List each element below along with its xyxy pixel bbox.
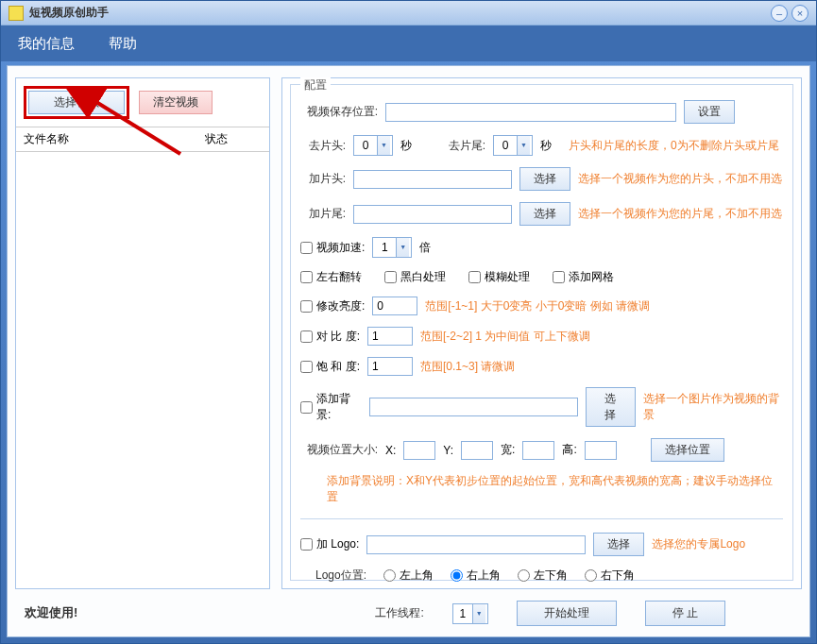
left-toolbar: 选择视频 清空视频: [16, 78, 269, 127]
chevron-down-icon[interactable]: [472, 604, 485, 623]
row-add-logo: 加 Logo: 选择 选择您的专属Logo: [300, 533, 783, 556]
row-speed: 视频加速: 倍: [300, 237, 783, 258]
threads-label: 工作线程:: [358, 605, 424, 621]
add-tail-label: 加片尾:: [300, 206, 346, 222]
trim-head-label: 去片头:: [300, 138, 346, 154]
config-legend: 配置: [300, 77, 331, 93]
row-contrast: 对 比 度: 范围[-2~2] 1 为中间值 可上下微调: [300, 327, 783, 346]
stop-button[interactable]: 停 止: [645, 601, 725, 626]
speed-spinner[interactable]: [372, 237, 412, 258]
trim-tail-label: 去片尾:: [440, 138, 485, 154]
left-panel: 选择视频 清空视频 文件名称 状态: [15, 77, 270, 589]
row-pos-size: 视频位置大小: X: Y: 宽: 高: 选择位置: [300, 438, 783, 462]
content-area: 选择视频 清空视频 文件名称 状态 配置 视频保存位置: 设置: [7, 65, 810, 637]
column-status: 状态: [205, 131, 262, 147]
y-label: Y:: [443, 444, 453, 457]
add-logo-choose-button[interactable]: 选择: [593, 533, 644, 556]
threads-spinner[interactable]: [452, 603, 488, 624]
config-body: 视频保存位置: 设置 去片头: 秒 去片尾: 秒 片头和片尾的长度，0为不删除片…: [291, 85, 792, 636]
radio-bottom-left[interactable]: 左下角: [518, 568, 568, 584]
add-tail-hint: 选择一个视频作为您的片尾，不加不用选: [578, 206, 782, 222]
choose-pos-button[interactable]: 选择位置: [651, 438, 724, 462]
row-effects: 左右翻转 黑白处理 模糊处理 添加网格: [300, 269, 783, 285]
row-actions: 工作线程: 开始处理 停 止: [300, 601, 783, 626]
save-path-input[interactable]: [385, 103, 676, 122]
saturation-hint: 范围[0.1~3] 请微调: [420, 359, 515, 375]
row-bg-desc: 添加背景说明：X和Y代表初步位置的起始位置，宽和高代表视频的宽高；建议手动选择位…: [300, 473, 783, 505]
w-input[interactable]: [522, 441, 554, 460]
radio-bottom-right[interactable]: 右下角: [585, 568, 635, 584]
speed-checkbox[interactable]: 视频加速:: [300, 240, 365, 256]
bw-checkbox[interactable]: 黑白处理: [384, 269, 446, 285]
y-input[interactable]: [461, 441, 493, 460]
add-logo-hint: 选择您的专属Logo: [652, 536, 745, 552]
row-add-tail: 加片尾: 选择 选择一个视频作为您的片尾，不加不用选: [300, 202, 783, 226]
add-bg-choose-button[interactable]: 选择: [586, 387, 636, 427]
clear-video-button[interactable]: 清空视频: [139, 91, 213, 114]
chevron-down-icon[interactable]: [396, 238, 409, 257]
minimize-button[interactable]: –: [771, 5, 788, 22]
contrast-hint: 范围[-2~2] 1 为中间值 可上下微调: [420, 329, 590, 345]
set-path-button[interactable]: 设置: [684, 100, 735, 124]
brightness-input[interactable]: [372, 297, 417, 315]
trim-tail-input[interactable]: [494, 137, 517, 154]
x-input[interactable]: [403, 441, 435, 460]
start-button[interactable]: 开始处理: [517, 601, 617, 626]
row-logo-pos: Logo位置: 左上角 右上角 左下角 右下角: [300, 568, 783, 584]
grid-checkbox[interactable]: 添加网格: [553, 269, 614, 285]
select-video-button[interactable]: 选择视频: [28, 91, 125, 114]
add-tail-choose-button[interactable]: 选择: [519, 202, 570, 226]
contrast-checkbox[interactable]: 对 比 度:: [300, 329, 360, 345]
trim-head-spinner[interactable]: [353, 135, 393, 156]
trim-hint: 片头和片尾的长度，0为不删除片头或片尾: [569, 138, 779, 154]
titlebar: 短视频原创助手 – ×: [1, 1, 816, 25]
window-title: 短视频原创助手: [29, 5, 767, 21]
h-label: 高:: [562, 442, 576, 458]
add-tail-input[interactable]: [353, 205, 512, 224]
speed-input[interactable]: [373, 239, 396, 256]
w-label: 宽:: [501, 442, 515, 458]
file-list-header: 文件名称 状态: [16, 127, 269, 152]
trim-head-input[interactable]: [354, 137, 377, 154]
sec-label-1: 秒: [400, 138, 412, 154]
speed-unit: 倍: [419, 240, 431, 256]
add-head-input[interactable]: [353, 170, 512, 189]
radio-top-right[interactable]: 右上角: [451, 568, 501, 584]
row-add-bg: 添加背景: 选择 选择一个图片作为视频的背景: [300, 387, 783, 427]
radio-top-left[interactable]: 左上角: [383, 568, 434, 584]
menu-help[interactable]: 帮助: [101, 31, 145, 57]
select-video-highlight: 选择视频: [24, 86, 129, 119]
column-filename: 文件名称: [24, 131, 205, 147]
row-trim: 去片头: 秒 去片尾: 秒 片头和片尾的长度，0为不删除片头或片尾: [300, 135, 783, 156]
chevron-down-icon[interactable]: [517, 136, 530, 155]
status-footer: 欢迎使用!: [25, 604, 77, 621]
flip-checkbox[interactable]: 左右翻转: [300, 269, 362, 285]
x-label: X:: [385, 444, 396, 457]
h-input[interactable]: [585, 441, 617, 460]
chevron-down-icon[interactable]: [377, 136, 390, 155]
brightness-hint: 范围[-1~1] 大于0变亮 小于0变暗 例如 请微调: [425, 298, 650, 314]
add-bg-hint: 选择一个图片作为视频的背景: [643, 391, 783, 423]
brightness-checkbox[interactable]: 修改亮度:: [300, 298, 365, 314]
add-head-label: 加片头:: [300, 171, 346, 187]
add-bg-input[interactable]: [369, 398, 578, 416]
add-bg-checkbox[interactable]: 添加背景:: [300, 391, 362, 423]
pos-size-label: 视频位置大小:: [300, 442, 378, 458]
saturation-checkbox[interactable]: 饱 和 度:: [300, 359, 360, 375]
add-logo-input[interactable]: [366, 535, 586, 554]
app-window: 短视频原创助手 – × 我的信息 帮助 选择视频 清空视频 文件名称 状态 配置: [0, 0, 817, 644]
trim-tail-spinner[interactable]: [493, 135, 533, 156]
add-logo-checkbox[interactable]: 加 Logo:: [300, 536, 359, 552]
threads-input[interactable]: [453, 605, 472, 622]
add-head-hint: 选择一个视频作为您的片头，不加不用选: [578, 171, 782, 187]
close-button[interactable]: ×: [791, 5, 808, 22]
right-panel: 配置 视频保存位置: 设置 去片头: 秒 去片尾: 秒: [281, 77, 802, 589]
row-save-path: 视频保存位置: 设置: [300, 100, 783, 124]
menubar: 我的信息 帮助: [1, 25, 816, 61]
contrast-input[interactable]: [367, 327, 413, 346]
blur-checkbox[interactable]: 模糊处理: [468, 269, 530, 285]
add-head-choose-button[interactable]: 选择: [519, 167, 570, 191]
logo-pos-label: Logo位置:: [300, 568, 366, 584]
saturation-input[interactable]: [367, 357, 413, 376]
menu-my-info[interactable]: 我的信息: [10, 31, 82, 57]
